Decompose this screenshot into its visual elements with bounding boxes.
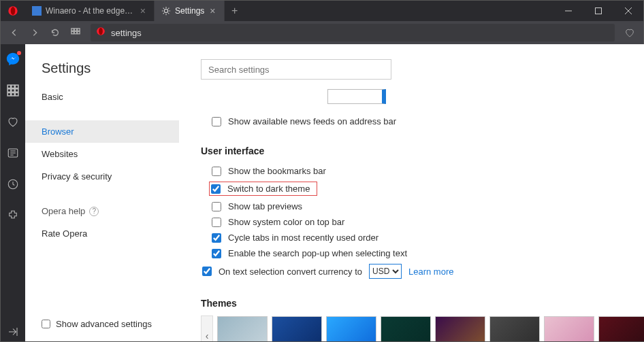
theme-thumbnail[interactable] [435, 316, 485, 341]
currency-select[interactable]: USD [369, 264, 402, 279]
svg-rect-8 [71, 31, 74, 34]
nav-help[interactable]: Opera help? [25, 200, 179, 222]
forward-button[interactable] [25, 23, 44, 42]
svg-rect-19 [7, 92, 11, 96]
theme-thumbnail[interactable] [381, 316, 431, 341]
svg-rect-16 [7, 89, 11, 92]
address-bar[interactable] [91, 24, 615, 41]
news-icon[interactable] [1, 143, 25, 163]
svg-rect-6 [74, 29, 77, 31]
settings-sidebar: Settings Basic Browser Websites Privacy … [25, 44, 179, 341]
section-themes: Themes [201, 298, 644, 309]
currency-checkbox[interactable] [202, 267, 212, 276]
svg-rect-21 [15, 92, 18, 96]
body: Settings Basic Browser Websites Privacy … [1, 44, 643, 341]
svg-rect-18 [15, 89, 18, 92]
speed-dial-button[interactable] [66, 23, 85, 42]
opt-system-color[interactable]: Show system color on top bar [191, 214, 644, 230]
favicon-icon [32, 6, 42, 16]
nav-privacy[interactable]: Privacy & security [25, 165, 179, 188]
svg-rect-4 [596, 8, 602, 14]
themes-prev-button[interactable]: ‹ [201, 315, 213, 341]
svg-rect-17 [12, 89, 15, 92]
tab-winaero[interactable]: Winaero - At the edge of t × [25, 1, 155, 21]
close-icon[interactable]: × [139, 5, 147, 16]
svg-rect-5 [71, 29, 74, 31]
news-feeds-label: Show available news feeds on address bar [228, 116, 396, 126]
learn-more-link[interactable]: Learn more [408, 267, 453, 277]
theme-thumbnail[interactable] [598, 316, 644, 341]
close-button[interactable] [613, 1, 643, 21]
nav-browser[interactable]: Browser [25, 120, 179, 143]
settings-main: Show available news feeds on address bar… [179, 44, 644, 341]
theme-thumbnail[interactable] [326, 316, 376, 341]
svg-rect-7 [78, 29, 80, 31]
window-controls [553, 1, 643, 21]
theme-thumbnail[interactable]: ✓ [489, 316, 540, 341]
page-title: Settings [25, 61, 179, 86]
search-settings-input[interactable] [201, 59, 391, 80]
gear-icon [161, 6, 171, 16]
svg-point-12 [99, 28, 103, 35]
nav-rate[interactable]: Rate Opera [25, 222, 179, 245]
svg-rect-14 [12, 85, 15, 88]
grid-icon[interactable] [1, 81, 25, 100]
theme-thumbnail[interactable] [544, 316, 594, 341]
tab-previews-checkbox[interactable] [212, 202, 221, 211]
dark-theme-checkbox[interactable] [211, 184, 221, 194]
svg-rect-15 [15, 85, 18, 88]
themes-strip: ‹ ✓ › [201, 315, 644, 341]
opt-search-popup[interactable]: Enable the search pop-up when selecting … [191, 245, 644, 261]
search-popup-checkbox[interactable] [212, 249, 221, 258]
heart-icon[interactable] [1, 112, 25, 131]
reload-button[interactable] [46, 23, 65, 42]
show-advanced-row[interactable]: Show advanced settings [25, 307, 179, 341]
opt-currency[interactable]: On text selection convert currency to US… [191, 261, 644, 281]
tab-label: Settings [175, 6, 204, 16]
svg-rect-13 [7, 85, 11, 88]
back-button[interactable] [5, 23, 24, 42]
show-advanced-checkbox[interactable] [42, 320, 50, 328]
tab-label: Winaero - At the edge of t [46, 6, 135, 16]
titlebar: Winaero - At the edge of t × Settings × … [1, 1, 643, 21]
svg-rect-2 [32, 6, 42, 16]
system-color-checkbox[interactable] [212, 218, 221, 227]
messenger-icon[interactable] [1, 50, 25, 69]
cycle-tabs-checkbox[interactable] [212, 233, 221, 243]
settings-page: Settings Basic Browser Websites Privacy … [25, 44, 644, 341]
svg-point-1 [11, 7, 16, 15]
address-input[interactable] [111, 28, 609, 38]
bookmarks-bar-checkbox[interactable] [212, 167, 221, 176]
minimize-button[interactable] [553, 1, 583, 21]
extensions-icon[interactable] [1, 206, 25, 225]
svg-point-3 [164, 9, 167, 12]
opera-window: Winaero - At the edge of t × Settings × … [0, 0, 644, 342]
toolbar [1, 21, 643, 44]
history-icon[interactable] [1, 175, 25, 194]
opera-logo-icon [1, 1, 25, 21]
maximize-button[interactable] [583, 1, 613, 21]
theme-thumbnail[interactable] [272, 316, 322, 341]
nav-websites[interactable]: Websites [25, 143, 179, 165]
collapse-sidebar-icon[interactable] [1, 322, 25, 341]
bookmark-heart-button[interactable] [620, 23, 639, 42]
opt-news-feeds[interactable]: Show available news feeds on address bar [191, 114, 644, 129]
theme-thumbnail[interactable] [217, 316, 268, 341]
nav-basic[interactable]: Basic [25, 86, 179, 108]
section-user-interface: User interface [201, 146, 644, 156]
opt-dark-theme[interactable]: Switch to dark theme [191, 179, 644, 199]
left-rail [1, 44, 25, 341]
help-icon: ? [89, 207, 99, 216]
news-feeds-checkbox[interactable] [212, 117, 221, 126]
svg-rect-9 [74, 31, 77, 34]
dropdown-hint[interactable] [327, 89, 386, 104]
opera-badge-icon [96, 27, 106, 39]
svg-rect-20 [12, 92, 15, 96]
show-advanced-label: Show advanced settings [56, 319, 152, 329]
opt-cycle-tabs[interactable]: Cycle tabs in most recently used order [191, 230, 644, 245]
opt-tab-previews[interactable]: Show tab previews [191, 199, 644, 214]
close-icon[interactable]: × [208, 5, 216, 16]
tab-settings[interactable]: Settings × [155, 1, 225, 21]
opt-bookmarks-bar[interactable]: Show the bookmarks bar [191, 163, 644, 179]
new-tab-button[interactable]: + [225, 1, 245, 21]
